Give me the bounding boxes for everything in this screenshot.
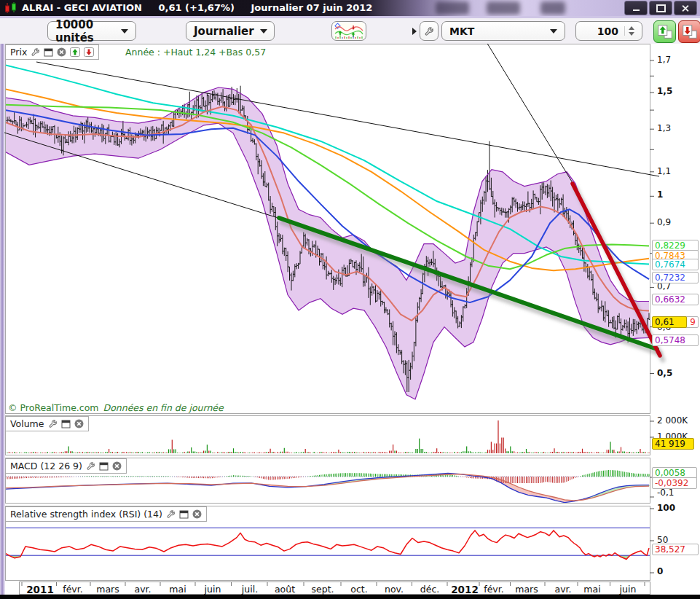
volume-axis-label: 1 000K <box>657 431 688 442</box>
rsi-axis-label: 0 <box>657 566 663 576</box>
price-axis-label: 1 <box>657 189 663 200</box>
price-value-label: 0,61 <box>652 316 687 328</box>
year-high-low-info: Année : +Haut 1,24 +Bas 0,57 <box>125 47 266 58</box>
price-value-label: 0,7232 <box>652 272 699 283</box>
units-dropdown[interactable]: 10000 unités <box>47 21 136 41</box>
price-value-label: 9 <box>652 316 699 328</box>
title-bar: ALRAI - GECI AVIATION 0,61 (+1,67%) Jour… <box>0 0 700 16</box>
aero-glass-blob <box>487 1 520 15</box>
wrench-icon[interactable] <box>48 419 58 428</box>
close-icon[interactable] <box>74 419 84 428</box>
aero-glass-blob <box>540 1 565 15</box>
candlestick-icon <box>4 2 19 14</box>
order-type-dropdown[interactable]: MKT <box>441 21 565 41</box>
aero-glass-blob <box>436 1 469 15</box>
expander-arrow-icon[interactable] <box>412 28 417 35</box>
rsi-axis-label: 50 <box>657 535 668 545</box>
chevron-down-icon <box>121 29 128 34</box>
period-dropdown-label: Journalier <box>194 25 254 38</box>
title-period-date: Journalier 07 juin 2012 <box>251 2 372 13</box>
window-icon[interactable] <box>44 48 53 57</box>
close-icon[interactable] <box>192 509 202 519</box>
window-title: ALRAI - GECI AVIATION 0,61 (+1,67%) Jour… <box>22 2 385 13</box>
order-settings-button[interactable] <box>420 21 439 41</box>
price-panel-header[interactable]: Prix <box>5 44 99 60</box>
close-icon[interactable] <box>57 47 66 57</box>
price-value-label: 0,6632 <box>652 294 699 305</box>
period-dropdown[interactable]: Journalier <box>186 21 275 41</box>
volume-panel[interactable] <box>5 415 650 455</box>
toolbar: 10000 unités Journalier <box>0 18 700 44</box>
minimize-button[interactable] <box>624 1 648 15</box>
rsi-panel-header[interactable]: Relative strength index (RSI) (14) <box>5 506 207 522</box>
close-icon[interactable] <box>112 461 122 471</box>
rsi-axis-label: 100 <box>657 503 675 513</box>
chart-style-icon <box>334 23 363 39</box>
data-note-text: Données en fin de journée <box>103 402 224 413</box>
spinner-arrows-icon[interactable] <box>624 26 634 36</box>
price-axis-label: 0,5 <box>657 368 672 378</box>
volume-panel-header[interactable]: Volume <box>5 416 89 431</box>
buy-page-up-icon <box>656 23 674 41</box>
price-axis-label: 0,7 <box>657 281 671 291</box>
window-icon[interactable] <box>61 420 71 428</box>
price-value-label: 0,5748 <box>652 334 699 346</box>
rsi-panel-title: Relative strength index (RSI) (14) <box>10 509 162 520</box>
macd-value-label: 0,0058 <box>652 467 697 479</box>
chart-style-button[interactable] <box>331 21 366 41</box>
copyright-note: © ProRealTime.comDonnées en fin de journ… <box>8 402 224 413</box>
buy-order-button[interactable] <box>653 20 676 43</box>
price-panel[interactable] <box>5 44 650 414</box>
price-axis-label: 0,9 <box>657 217 671 227</box>
application-window: ALRAI - GECI AVIATION 0,61 (+1,67%) Jour… <box>0 0 700 599</box>
wrench-icon <box>424 26 434 36</box>
window-controls <box>623 1 697 15</box>
chevron-down-icon <box>260 29 267 34</box>
arrow-up-icon[interactable] <box>70 47 80 57</box>
price-value-label: 0,7674 <box>652 259 699 270</box>
macd-panel-title: MACD (12 26 9) <box>10 461 82 471</box>
sell-order-button[interactable] <box>678 20 700 43</box>
price-axis-label: 0,6 <box>657 322 671 332</box>
bottom-black-bar <box>0 595 700 599</box>
window-left-border <box>0 16 5 599</box>
price-value-label: 0,7843 <box>652 250 699 262</box>
volume-last-label: 41 919 <box>652 438 694 450</box>
wrench-icon[interactable] <box>86 461 95 471</box>
macd-panel-header[interactable]: MACD (12 26 9) <box>5 458 127 474</box>
title-symbol: ALRAI - GECI AVIATION <box>22 2 142 13</box>
macd-axis-label: -0,1 <box>657 488 674 498</box>
price-axis-label: 1,1 <box>657 166 671 176</box>
close-button[interactable] <box>674 1 697 15</box>
wrench-icon[interactable] <box>166 509 176 519</box>
window-icon[interactable] <box>179 510 189 519</box>
quantity-spinner[interactable]: 100 <box>575 21 642 41</box>
sell-page-down-icon <box>681 23 699 41</box>
price-axis-label: 1,7 <box>657 55 671 65</box>
chevron-down-icon <box>550 29 557 34</box>
titlebar-separator <box>0 16 700 18</box>
price-axis-label: 1,5 <box>657 86 672 96</box>
price-value-label: 0,8229 <box>652 240 699 251</box>
window-icon[interactable] <box>99 462 109 471</box>
title-price: 0,61 (+1,67%) <box>158 2 234 13</box>
time-axis-strip[interactable] <box>19 582 650 595</box>
volume-panel-title: Volume <box>10 418 44 429</box>
wrench-icon[interactable] <box>31 47 40 57</box>
quantity-value: 100 <box>597 26 618 37</box>
macd-value-label: -0,0392 <box>652 477 697 489</box>
maximize-button[interactable] <box>649 1 672 15</box>
volume-axis-label: 2 000K <box>657 415 688 426</box>
price-axis-label: 1,3 <box>657 123 671 133</box>
arrow-down-icon[interactable] <box>84 47 94 57</box>
units-dropdown-label: 10000 unités <box>55 18 115 44</box>
rsi-last-label: 38,527 <box>652 544 699 555</box>
price-panel-title: Prix <box>10 47 27 58</box>
copyright-text: © ProRealTime.com <box>8 402 99 413</box>
order-type-label: MKT <box>449 26 474 37</box>
